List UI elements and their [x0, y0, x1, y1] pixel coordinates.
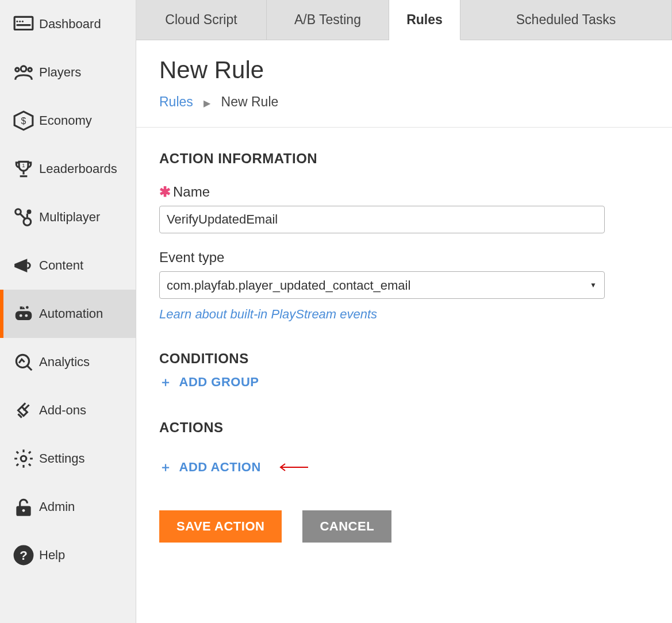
tab-cloud-script[interactable]: Cloud Script	[136, 0, 267, 40]
add-group-button[interactable]: ＋ ADD GROUP	[159, 374, 259, 391]
gear-icon	[8, 448, 39, 470]
sidebar-item-dashboard[interactable]: Dashboard	[0, 0, 136, 48]
section-action-information: ACTION INFORMATION	[159, 151, 649, 167]
sidebar-item-label: Multiplayer	[39, 210, 100, 225]
breadcrumb-root-link[interactable]: Rules	[159, 94, 193, 109]
sidebar-item-help[interactable]: ? Help	[0, 531, 136, 579]
economy-icon: $	[8, 110, 39, 132]
tabs: Cloud Script A/B Testing Rules Scheduled…	[136, 0, 672, 40]
tab-ab-testing[interactable]: A/B Testing	[267, 0, 389, 40]
svg-point-6	[16, 68, 19, 71]
svg-rect-0	[14, 17, 33, 29]
sidebar-item-addons[interactable]: Add-ons	[0, 386, 136, 434]
divider	[136, 127, 672, 128]
lock-open-icon	[8, 496, 39, 518]
analytics-icon	[8, 351, 39, 373]
sidebar-item-label: Dashboard	[39, 17, 101, 32]
breadcrumb-current: New Rule	[221, 94, 279, 109]
help-icon: ?	[8, 544, 39, 566]
svg-point-14	[27, 210, 30, 213]
content: New Rule Rules ▶ New Rule ACTION INFORMA…	[136, 40, 672, 623]
sidebar-item-leaderboards[interactable]: 1 Leaderboards	[0, 145, 136, 193]
sidebar-item-players[interactable]: Players	[0, 48, 136, 97]
sidebar-item-multiplayer[interactable]: Multiplayer	[0, 193, 136, 241]
sidebar-item-label: Add-ons	[39, 403, 86, 418]
dashboard-icon	[8, 13, 39, 35]
sidebar-item-label: Automation	[39, 306, 103, 321]
tab-rules[interactable]: Rules	[389, 0, 460, 40]
robot-icon	[8, 303, 39, 325]
svg-line-25	[27, 366, 32, 370]
sidebar: Dashboard Players $ Economy 1 Leaderboar…	[0, 0, 136, 623]
plug-icon	[8, 399, 39, 421]
sidebar-item-label: Content	[39, 258, 83, 273]
svg-point-7	[28, 68, 32, 71]
breadcrumb: Rules ▶ New Rule	[159, 94, 649, 110]
svg-point-22	[26, 306, 29, 309]
svg-point-27	[21, 456, 26, 462]
svg-rect-21	[20, 306, 23, 309]
players-icon	[8, 61, 39, 83]
sidebar-item-label: Help	[39, 548, 65, 563]
svg-line-16	[20, 214, 25, 220]
page-title: New Rule	[159, 56, 649, 84]
sidebar-item-content[interactable]: Content	[0, 241, 136, 290]
svg-text:1: 1	[22, 162, 25, 168]
event-type-label: Event type	[159, 249, 649, 266]
sidebar-item-economy[interactable]: $ Economy	[0, 97, 136, 145]
svg-text:$: $	[21, 116, 26, 126]
learn-playstream-link[interactable]: Learn about built-in PlayStream events	[159, 307, 377, 322]
svg-point-19	[20, 314, 22, 317]
section-conditions: CONDITIONS	[159, 351, 649, 367]
required-star-icon: ✱	[159, 184, 171, 200]
save-action-button[interactable]: SAVE ACTION	[159, 510, 282, 543]
name-input[interactable]	[159, 206, 605, 233]
plus-icon: ＋	[159, 374, 172, 391]
chevron-right-icon: ▶	[203, 98, 210, 108]
sidebar-item-label: Economy	[39, 113, 92, 128]
svg-text:?: ?	[20, 548, 28, 563]
sidebar-item-label: Admin	[39, 499, 75, 514]
megaphone-icon	[8, 255, 39, 276]
main-area: Cloud Script A/B Testing Rules Scheduled…	[136, 0, 672, 623]
svg-rect-18	[16, 312, 30, 320]
name-field: ✱ Name	[159, 184, 649, 233]
sidebar-item-automation[interactable]: Automation	[0, 290, 136, 338]
arrow-annotation-icon	[277, 462, 309, 472]
event-type-select[interactable]: com.playfab.player_updated_contact_email	[159, 271, 605, 299]
name-label: ✱ Name	[159, 184, 649, 200]
sidebar-item-label: Analytics	[39, 355, 90, 370]
button-row: SAVE ACTION CANCEL	[159, 510, 649, 543]
sidebar-item-label: Leaderboards	[39, 161, 117, 176]
sidebar-item-label: Players	[39, 65, 81, 80]
sidebar-item-settings[interactable]: Settings	[0, 434, 136, 483]
trophy-icon: 1	[8, 158, 39, 180]
sidebar-item-label: Settings	[39, 451, 85, 466]
sidebar-item-analytics[interactable]: Analytics	[0, 338, 136, 386]
svg-point-29	[22, 509, 25, 512]
sidebar-item-admin[interactable]: Admin	[0, 483, 136, 531]
event-type-field: Event type com.playfab.player_updated_co…	[159, 249, 649, 322]
cancel-button[interactable]: CANCEL	[302, 510, 391, 543]
multiplayer-icon	[8, 206, 39, 228]
add-action-button[interactable]: ＋ ADD ACTION	[159, 459, 261, 476]
tab-scheduled-tasks[interactable]: Scheduled Tasks	[460, 0, 672, 40]
svg-point-5	[21, 66, 26, 72]
svg-point-20	[25, 314, 28, 317]
section-actions: ACTIONS	[159, 420, 649, 436]
plus-icon: ＋	[159, 459, 172, 476]
